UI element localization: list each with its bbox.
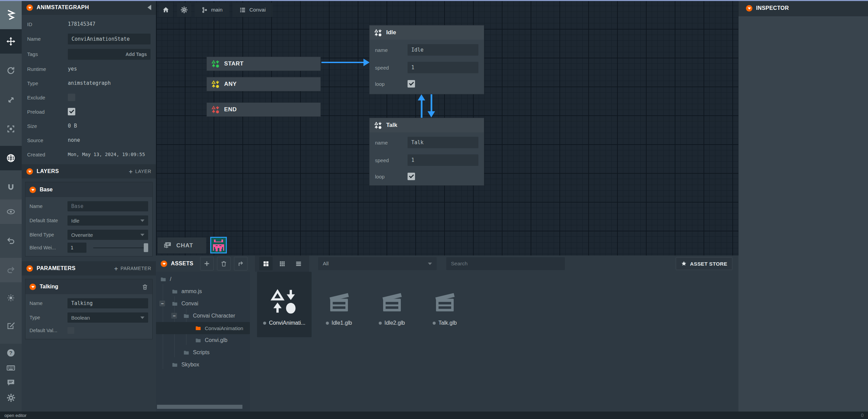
world-globe-icon[interactable] <box>0 146 22 170</box>
tree-horizontal-scrollbar[interactable] <box>157 405 249 409</box>
panel-title: ANIMSTATEGRAPH <box>37 4 89 11</box>
state-panel-talk[interactable]: Talk name speed loop <box>370 118 484 185</box>
feedback-icon[interactable] <box>0 375 22 391</box>
asset-search-input[interactable] <box>446 257 565 270</box>
asset-store-button[interactable]: ASSET STORE <box>676 257 732 270</box>
collapse-layers-icon[interactable] <box>26 168 33 175</box>
list-view-button[interactable] <box>292 257 305 270</box>
delete-parameter-icon[interactable] <box>142 284 148 290</box>
scale-tool-icon[interactable] <box>0 88 22 112</box>
layer-base-header[interactable]: Base <box>25 182 152 197</box>
frame-selection-icon[interactable] <box>0 117 22 141</box>
blend-weight-slider[interactable] <box>93 243 148 252</box>
home-button[interactable] <box>159 3 173 17</box>
redo-icon[interactable] <box>0 258 22 282</box>
param-name-input[interactable] <box>67 298 148 308</box>
collapse-base-icon[interactable] <box>29 187 36 193</box>
list-icon <box>239 7 246 13</box>
add-tags-button[interactable]: Add Tags <box>125 52 147 57</box>
code-editor-icon[interactable] <box>0 313 22 338</box>
blend-type-select[interactable]: Overwrite <box>67 230 148 240</box>
animstategraph-icon <box>271 287 298 315</box>
state-talk-header[interactable]: Talk <box>370 118 484 132</box>
tree-item-convai-character[interactable]: Convai Character <box>156 310 235 322</box>
entity-main-button[interactable]: main <box>195 3 229 17</box>
tree-item-scripts[interactable]: Scripts <box>156 346 210 359</box>
visibility-eye-icon[interactable] <box>0 199 22 224</box>
gear-icon <box>180 6 188 14</box>
idle-name-input[interactable] <box>408 44 478 56</box>
tree-item-skybox[interactable]: Skybox <box>156 359 199 371</box>
convai-avatar[interactable] <box>210 237 227 253</box>
asset-tile-convianimation[interactable]: ConviAnimati... <box>257 272 312 337</box>
status-open-editor[interactable]: open editor <box>4 413 26 418</box>
node-start[interactable]: START <box>207 57 320 71</box>
tags-input[interactable]: Add Tags <box>68 49 151 60</box>
playcanvas-logo-icon[interactable] <box>0 0 22 29</box>
graph-settings-button[interactable] <box>177 3 191 17</box>
chat-button[interactable]: CHAT <box>158 237 206 253</box>
asset-references-button[interactable] <box>234 257 248 270</box>
shortcuts-keyboard-icon[interactable] <box>0 360 22 376</box>
idle-speed-input[interactable] <box>408 62 478 73</box>
state-panel-idle[interactable]: Idle name speed loop <box>370 25 484 94</box>
light-bulb-icon[interactable] <box>0 286 22 310</box>
help-icon[interactable]: ? <box>0 345 22 361</box>
scrollbar-thumb[interactable] <box>157 405 242 409</box>
undo-icon[interactable] <box>0 229 22 253</box>
add-layer-button[interactable]: +LAYER <box>129 168 151 175</box>
selection-convai-button[interactable]: Convai <box>233 3 273 17</box>
talk-name-input[interactable] <box>408 137 478 148</box>
asset-tile-idle2[interactable]: Idle2.glb <box>364 272 419 337</box>
small-grid-view-button[interactable] <box>275 257 289 270</box>
talk-speed-input[interactable] <box>408 154 478 166</box>
collapse-parameters-icon[interactable] <box>26 265 33 272</box>
name-input[interactable] <box>68 34 151 44</box>
collapse-talking-icon[interactable] <box>29 284 36 290</box>
state-idle-header[interactable]: Idle <box>370 25 484 40</box>
preload-checkbox[interactable] <box>68 108 75 115</box>
talk-loop-checkbox[interactable] <box>408 173 415 180</box>
tree-item-ammojs[interactable]: ammo.js <box>156 285 202 298</box>
collapse-assets-icon[interactable] <box>161 261 167 267</box>
add-parameter-button[interactable]: +PARAMETER <box>114 265 151 272</box>
exclude-row: Exclude <box>22 90 156 104</box>
add-asset-button[interactable] <box>200 257 214 270</box>
asset-tile-talk[interactable]: Talk.glb <box>417 272 472 337</box>
collapse-panel-icon[interactable] <box>147 5 151 10</box>
transition-start-to-idle[interactable] <box>321 62 365 63</box>
idle-loop-checkbox[interactable] <box>408 80 415 88</box>
collapse-inspector-icon[interactable] <box>746 5 752 12</box>
tree-item-convaianimation[interactable]: ConvaiAnimation <box>156 322 250 334</box>
asset-tile-idle1[interactable]: Idle1.glb <box>312 272 366 337</box>
animstategraph-viewport[interactable]: main Convai Base ✕ START <box>156 0 738 255</box>
param-type-select[interactable]: Boolean <box>67 312 148 323</box>
move-tool-icon[interactable] <box>0 29 22 54</box>
parameters-header[interactable]: PARAMETERS +PARAMETER <box>22 261 156 275</box>
large-grid-view-button[interactable] <box>259 257 273 270</box>
delete-asset-button[interactable] <box>217 257 231 270</box>
node-end[interactable]: END <box>207 103 320 116</box>
asset-type-filter[interactable]: All <box>318 257 437 270</box>
tree-item-convai[interactable]: Convai <box>156 298 198 310</box>
param-default-checkbox[interactable] <box>67 327 74 334</box>
blend-weight-input[interactable] <box>67 243 86 253</box>
assets-title-group[interactable]: ASSETS <box>156 261 200 267</box>
snap-magnet-icon[interactable] <box>0 175 22 199</box>
layer-name-input[interactable] <box>67 201 148 211</box>
parameter-talking-header[interactable]: Talking <box>25 279 152 294</box>
settings-gear-icon[interactable] <box>0 390 22 405</box>
transition-talk-to-idle[interactable] <box>421 100 422 118</box>
tree-item-root[interactable]: / <box>156 273 171 285</box>
exclude-checkbox[interactable] <box>68 94 75 101</box>
node-any[interactable]: ANY <box>207 77 320 91</box>
default-state-select[interactable]: Idle <box>67 215 148 226</box>
tree-item-conviglb[interactable]: Convi.glb <box>156 334 228 346</box>
inspector-header[interactable]: INSPECTOR <box>738 0 868 16</box>
slider-handle[interactable] <box>144 243 148 252</box>
transition-idle-to-talk[interactable] <box>431 94 432 112</box>
animstategraph-header[interactable]: ANIMSTATEGRAPH <box>22 0 156 15</box>
collapse-section-icon[interactable] <box>26 4 33 11</box>
layers-header[interactable]: LAYERS +LAYER <box>22 164 156 178</box>
rotate-tool-icon[interactable] <box>0 58 22 83</box>
